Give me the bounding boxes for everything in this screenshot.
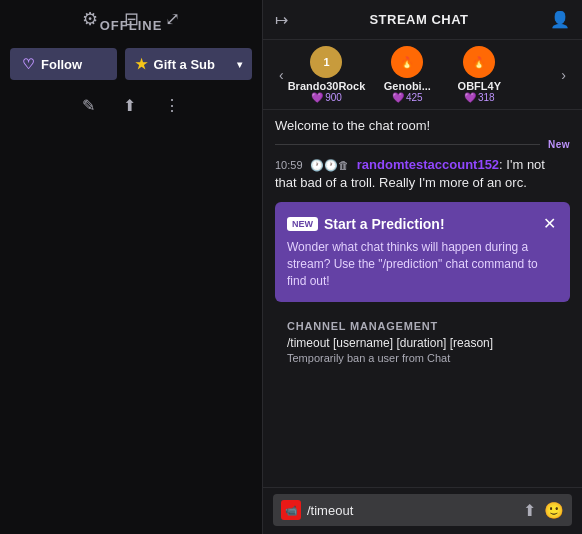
video-icon: 📹 [281, 500, 301, 520]
prediction-card: NEW Start a Prediction! ✕ Wonder what ch… [275, 202, 570, 301]
prediction-title-row: NEW Start a Prediction! [287, 216, 445, 232]
gem-icon-3: 💜 [464, 92, 476, 103]
chat-header: ↦ STREAM CHAT 👤 [263, 0, 582, 40]
chat-input-area: 📹 ⬆ 🙂 [263, 487, 582, 534]
channel-management: CHANNEL MANAGEMENT /timeout [username] [… [275, 312, 570, 368]
chat-nav-left[interactable]: ↦ [275, 10, 288, 29]
chat-user-icon[interactable]: 👤 [550, 10, 570, 29]
msg-username[interactable]: randomtestaccount152 [357, 157, 499, 172]
settings-button[interactable]: ⚙ [78, 4, 102, 34]
badge-name-genobi: Genobi... [384, 80, 431, 92]
welcome-message: Welcome to the chat room! [275, 118, 570, 133]
badge-sub-brando: 💜900 [311, 92, 342, 103]
upload-icon[interactable]: ⬆ [523, 501, 536, 520]
users-icon: 👤 [550, 11, 570, 28]
msg-icons: 🕐🕐🗑 [310, 159, 349, 171]
badge-item-obfl4y[interactable]: 🔥 OBFL4Y 💜318 [449, 46, 509, 103]
badge-sub-obfl4y: 💜318 [464, 92, 495, 103]
badge-name-brando: Brando30Rock [288, 80, 366, 92]
right-panel: ↦ STREAM CHAT 👤 ‹ 1 Brando30Rock 💜900 🔥 … [262, 0, 582, 534]
badge-icon-3: 🔥 [463, 46, 495, 78]
timeout-desc: Temporarily ban a user from Chat [287, 352, 558, 364]
prediction-close-button[interactable]: ✕ [541, 214, 558, 233]
share-icon: ⬆ [123, 97, 136, 114]
chat-messages: Welcome to the chat room! New 10:59 🕐🕐🗑 … [263, 110, 582, 487]
chevron-down-icon: ▾ [237, 59, 242, 70]
pencil-icon: ✎ [82, 97, 95, 114]
channel-mgmt-label: CHANNEL MANAGEMENT [287, 320, 558, 332]
msg-time: 10:59 [275, 159, 303, 171]
gift-sub-button[interactable]: ★ Gift a Sub ▾ [125, 48, 252, 80]
more-button[interactable]: ⋮ [160, 92, 184, 119]
gem-icon-1: 💜 [311, 92, 323, 103]
prediction-title: Start a Prediction! [324, 216, 445, 232]
new-badge: New [548, 139, 570, 150]
badge-icon-1: 1 [310, 46, 342, 78]
expand-icon: ⤢ [165, 8, 180, 30]
chat-message-row: 10:59 🕐🕐🗑 randomtestaccount152: I'm not … [275, 156, 570, 192]
emoji-icon[interactable]: 🙂 [544, 501, 564, 520]
expand-button[interactable]: ⤢ [161, 4, 184, 34]
timeout-command: /timeout [username] [duration] [reason] [287, 336, 558, 350]
action-row: ♡ Follow ★ Gift a Sub ▾ [10, 48, 252, 80]
gem-icon-2: 💜 [392, 92, 404, 103]
offline-label: OFFLINE [100, 18, 163, 33]
user-badges-row: ‹ 1 Brando30Rock 💜900 🔥 Genobi... 💜425 🔥… [263, 40, 582, 110]
heart-icon: ♡ [22, 56, 35, 72]
next-arrow-icon[interactable]: › [557, 67, 570, 83]
prediction-new-badge: NEW [287, 217, 318, 231]
gift-sub-label: Gift a Sub [154, 57, 215, 72]
chat-arrow-icon: ↦ [275, 10, 288, 29]
divider-line [275, 144, 540, 145]
new-divider: New [275, 139, 570, 150]
badge-item-genobi[interactable]: 🔥 Genobi... 💜425 [377, 46, 437, 103]
input-suffix-icons: ⬆ 🙂 [523, 501, 564, 520]
star-icon: ★ [135, 56, 148, 72]
badge-sub-genobi: 💜425 [392, 92, 423, 103]
settings-icon: ⚙ [82, 8, 98, 30]
prediction-header: NEW Start a Prediction! ✕ [287, 214, 558, 233]
input-row: 📹 ⬆ 🙂 [273, 494, 572, 526]
bottom-icons-row: ✎ ⬆ ⋮ [10, 90, 252, 119]
badge-item-brando[interactable]: 1 Brando30Rock 💜900 [288, 46, 366, 103]
more-icon: ⋮ [164, 97, 180, 114]
follow-button[interactable]: ♡ Follow [10, 48, 117, 80]
chat-input[interactable] [307, 503, 517, 518]
pencil-button[interactable]: ✎ [78, 92, 99, 119]
badge-name-obfl4y: OBFL4Y [458, 80, 501, 92]
left-panel: OFFLINE ⚙ ⊟ ⤢ ♡ Follow ★ Gift a Sub ▾ [0, 0, 262, 534]
follow-label: Follow [41, 57, 82, 72]
badges-list: 1 Brando30Rock 💜900 🔥 Genobi... 💜425 🔥 O… [288, 46, 558, 103]
share-button[interactable]: ⬆ [119, 92, 140, 119]
prediction-body: Wonder what chat thinks will happen duri… [287, 239, 558, 289]
chat-title: STREAM CHAT [288, 12, 550, 27]
prev-arrow-icon[interactable]: ‹ [275, 67, 288, 83]
badge-icon-2: 🔥 [391, 46, 423, 78]
